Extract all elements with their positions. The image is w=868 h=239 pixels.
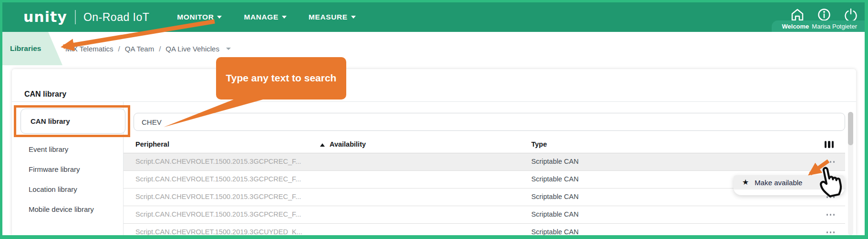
chevron-down-icon (282, 16, 287, 19)
sort-ascending-icon[interactable] (320, 143, 325, 147)
sidebar-item-event-library[interactable]: Event library (29, 144, 68, 154)
breadcrumb-item-team[interactable]: QA Team (125, 45, 154, 53)
info-icon[interactable] (817, 8, 831, 22)
menu-item-make-available[interactable]: Make available (734, 175, 845, 189)
row-actions-icon[interactable] (827, 231, 835, 233)
app-header: unity On-Road IoT MONITOR MANAGE MEASURE (2, 2, 865, 32)
annotation-callout: Type any text to search (216, 57, 346, 100)
star-icon (742, 179, 749, 186)
nav-manage-label: MANAGE (244, 13, 279, 21)
nav-monitor[interactable]: MONITOR (177, 13, 222, 21)
cell-peripheral: Script.CAN.CHEVROLET.1500.2015.3GCPCREC_… (135, 210, 301, 218)
column-header-peripheral[interactable]: Peripheral (135, 140, 169, 148)
cell-type: Scriptable CAN (531, 175, 579, 183)
scrollbar-track[interactable] (848, 112, 853, 235)
cell-peripheral: Script.CAN.CHEVROLET.1500.2015.3GCPCREC_… (135, 193, 301, 200)
column-chooser-icon[interactable] (825, 141, 834, 148)
row-actions-icon[interactable] (827, 161, 835, 163)
sidebar-item-mobile-device-library[interactable]: Mobile device library (29, 204, 94, 214)
cell-type: Scriptable CAN (531, 193, 579, 200)
welcome-user-name: Marisa Potgieter (812, 23, 857, 30)
search-input[interactable] (134, 113, 845, 131)
cell-peripheral: Script.CAN.CHEVROLET.1500.2015.3GCPCREC_… (135, 158, 301, 165)
column-header-type[interactable]: Type (531, 140, 547, 148)
chevron-down-icon (351, 16, 356, 19)
table-row[interactable]: Script.CAN.CHEVROLET.1500.2015.3GCPCREC_… (124, 206, 845, 224)
home-icon[interactable] (790, 8, 805, 22)
header-icons (790, 8, 858, 22)
sidebar-item-firmware-library[interactable]: Firmware library (29, 164, 80, 174)
row-context-menu: Make available (734, 175, 845, 195)
cell-peripheral: Script.CAN.CHEVROLET.1500.2019.3GCUYDED_… (135, 228, 302, 235)
nav-measure-label: MEASURE (309, 13, 348, 21)
can-library-panel: CAN library CAN library Event library Fi… (12, 69, 856, 235)
cell-type: Scriptable CAN (531, 228, 579, 235)
breadcrumb-separator: / (159, 45, 161, 53)
breadcrumb-item-organisation[interactable]: MiX Telematics (65, 45, 114, 53)
app-window: unity On-Road IoT MONITOR MANAGE MEASURE (0, 0, 868, 239)
table-header: Peripheral Availability Type (124, 139, 845, 151)
nav-manage[interactable]: MANAGE (244, 13, 287, 21)
brand-product: On-Road IoT (83, 11, 149, 24)
cell-type: Scriptable CAN (531, 210, 579, 218)
sidebar-item-location-library[interactable]: Location library (29, 184, 77, 194)
breadcrumb: MiX Telematics / QA Team / QA Live Vehic… (65, 32, 231, 65)
brand-name: unity (23, 10, 67, 24)
cell-peripheral: Script.CAN.CHEVROLET.1500.2015.3GCPCREC_… (135, 175, 301, 183)
libraries-tab-label[interactable]: Libraries (10, 32, 41, 65)
brand-separator (75, 10, 76, 24)
row-actions-icon[interactable] (827, 196, 835, 198)
breadcrumb-dropdown-icon[interactable] (226, 48, 231, 50)
sidebar-item-can-library[interactable]: CAN library (21, 109, 125, 134)
annotation-callout-text: Type any text to search (225, 71, 338, 85)
welcome-greeting: Welcome (782, 23, 809, 30)
welcome-banner: Welcome Marisa Potgieter (772, 20, 865, 32)
column-header-availability[interactable]: Availability (330, 140, 366, 148)
main-nav: MONITOR MANAGE MEASURE (177, 13, 355, 21)
nav-measure[interactable]: MEASURE (309, 13, 356, 21)
table-row[interactable]: Script.CAN.CHEVROLET.1500.2019.3GCUYDED_… (124, 224, 845, 235)
divider (12, 101, 856, 102)
nav-monitor-label: MONITOR (177, 13, 214, 21)
row-actions-icon[interactable] (827, 214, 835, 216)
brand-logo[interactable]: unity On-Road IoT (23, 10, 149, 24)
breadcrumb-item-site[interactable]: QA Live Vehicles (165, 45, 219, 53)
breadcrumb-separator: / (118, 45, 120, 53)
power-icon[interactable] (844, 8, 858, 22)
table-row[interactable]: Script.CAN.CHEVROLET.1500.2015.3GCPCREC_… (124, 153, 845, 171)
scrollbar-thumb[interactable] (848, 112, 853, 145)
breadcrumb-bar: Libraries MiX Telematics / QA Team / QA … (2, 32, 865, 65)
menu-item-label: Make available (754, 179, 802, 187)
panel-title: CAN library (24, 90, 66, 99)
cell-type: Scriptable CAN (531, 158, 579, 165)
chevron-down-icon (217, 16, 222, 19)
